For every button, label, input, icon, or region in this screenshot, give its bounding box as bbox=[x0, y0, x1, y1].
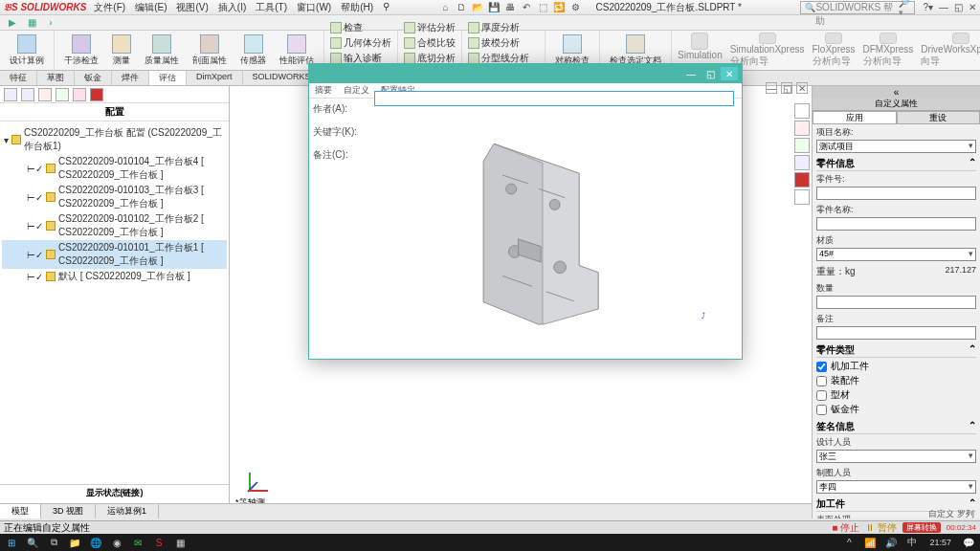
save-icon[interactable]: 💾 bbox=[487, 1, 501, 14]
designer-select[interactable]: 张三 bbox=[816, 450, 976, 463]
taskpane-tab4-icon[interactable] bbox=[794, 155, 810, 170]
fm-tab3-icon[interactable] bbox=[38, 88, 52, 101]
compare-button[interactable]: 合模比较 bbox=[404, 36, 456, 50]
status-stop[interactable]: ■ 停止 bbox=[832, 521, 859, 535]
close-icon[interactable]: ✕ bbox=[969, 2, 976, 12]
help-search[interactable]: 🔍 搜索 SOLIDWORKS 帮助 🔎▾ bbox=[800, 1, 915, 14]
chk-machined[interactable]: 机加工件 bbox=[816, 360, 976, 373]
partname-input[interactable] bbox=[816, 217, 976, 231]
mdi-close-icon[interactable]: ✕ bbox=[796, 82, 808, 94]
search-taskbar-icon[interactable]: 🔍 bbox=[23, 534, 42, 551]
print-icon[interactable]: 🖶 bbox=[503, 1, 517, 14]
menu-edit[interactable]: 编辑(E) bbox=[135, 1, 167, 14]
btn-reset[interactable]: 重设 bbox=[897, 111, 981, 124]
taskview-icon[interactable]: ⧉ bbox=[44, 534, 63, 551]
check-button[interactable]: 检查 bbox=[330, 21, 391, 34]
maximize-icon[interactable]: ◱ bbox=[954, 2, 963, 12]
btn-apply[interactable]: 应用 bbox=[813, 111, 897, 124]
mdi-minimize-icon[interactable]: — bbox=[766, 82, 777, 94]
material-select[interactable]: 45# bbox=[816, 248, 976, 261]
chk-profile[interactable]: 型材 bbox=[816, 388, 976, 402]
undo-icon[interactable]: ↶ bbox=[520, 1, 533, 14]
tree-item[interactable]: ⊢✓CS20220209-010103_工作台板3 [ CS20220209_工… bbox=[2, 183, 227, 211]
tray-up-icon[interactable]: ^ bbox=[839, 534, 858, 551]
status-pause[interactable]: ⏸ 暂停 bbox=[865, 521, 897, 535]
taskpane-tab1-icon[interactable] bbox=[794, 103, 810, 119]
project-select[interactable]: 测试项目 bbox=[816, 140, 976, 153]
dlg-tab-custom[interactable]: 自定义 bbox=[344, 84, 369, 97]
tree-item[interactable]: ⊢✓CS20220209-010102_工作台板2 [ CS20220209_工… bbox=[2, 211, 227, 240]
new-icon[interactable]: 🗋 bbox=[455, 1, 468, 14]
collapse-icon[interactable]: « bbox=[894, 87, 900, 98]
fm-tab6-icon[interactable] bbox=[90, 88, 103, 101]
doc-icon[interactable]: ▦ bbox=[25, 16, 38, 30]
solidworks-taskbar-icon[interactable]: S bbox=[149, 534, 168, 551]
options-icon[interactable]: ⚙ bbox=[568, 1, 582, 14]
dialog-max-icon[interactable]: ◱ bbox=[702, 67, 719, 80]
app-taskbar-icon[interactable]: ▦ bbox=[170, 534, 189, 551]
mass-props-button[interactable]: 质量属性 bbox=[141, 33, 183, 69]
menu-pin-icon[interactable]: ⚲ bbox=[383, 1, 390, 14]
recording-badge[interactable]: 屏幕转换 bbox=[902, 522, 941, 533]
dlg-tab-summary[interactable]: 摘要 bbox=[315, 84, 332, 97]
minimize-icon[interactable]: — bbox=[939, 2, 948, 12]
taskpane-tab5-icon[interactable] bbox=[794, 172, 810, 187]
dfm-xpress-button[interactable]: DFMXpress 分析向导 bbox=[863, 33, 914, 68]
rebuild-icon[interactable]: 🔁 bbox=[552, 1, 566, 14]
sensor-button[interactable]: 传感器 bbox=[236, 33, 270, 69]
partno-input[interactable] bbox=[816, 187, 976, 200]
driveworks-button[interactable]: DriveWorksXpress 向导 bbox=[921, 33, 980, 68]
network-icon[interactable]: 📶 bbox=[860, 534, 880, 551]
wechat-icon[interactable]: ✉ bbox=[128, 534, 147, 551]
menu-view[interactable]: 视图(V) bbox=[176, 1, 208, 14]
ime-icon[interactable]: 中 bbox=[902, 534, 922, 551]
menu-insert[interactable]: 插入(I) bbox=[218, 1, 246, 14]
edge-icon[interactable]: 🌐 bbox=[86, 534, 105, 551]
fm-tab5-icon[interactable] bbox=[73, 88, 86, 101]
arrow-icon[interactable]: › bbox=[44, 16, 57, 30]
design-study-button[interactable]: 设计算例 bbox=[6, 33, 48, 69]
tab-feature[interactable]: 特征 bbox=[0, 71, 37, 85]
tab-3dview[interactable]: 3D 视图 bbox=[41, 504, 96, 518]
mdi-restore-icon[interactable]: ◱ bbox=[781, 82, 792, 94]
menu-file[interactable]: 文件(F) bbox=[94, 1, 125, 14]
taskpane-tab3-icon[interactable] bbox=[794, 138, 810, 153]
geom-analysis-button[interactable]: 几何体分析 bbox=[330, 36, 391, 50]
interference-button[interactable]: 干涉检查 bbox=[60, 33, 102, 69]
draft-button[interactable]: 拔模分析 bbox=[468, 36, 539, 50]
measure-button[interactable]: 测量 bbox=[108, 33, 135, 69]
dialog-close-icon[interactable]: ✕ bbox=[721, 67, 738, 80]
play-icon[interactable]: ▶ bbox=[6, 16, 19, 30]
chrome-icon[interactable]: ◉ bbox=[107, 534, 126, 551]
remark-input[interactable] bbox=[816, 326, 976, 340]
notification-icon[interactable]: 💬 bbox=[959, 534, 978, 551]
section-props-button[interactable]: 剖面属性 bbox=[189, 33, 231, 69]
menu-tools[interactable]: 工具(T) bbox=[256, 1, 287, 14]
qty-input[interactable] bbox=[816, 296, 976, 309]
fm-tab4-icon[interactable] bbox=[56, 88, 69, 101]
help-icon[interactable]: ?▾ bbox=[923, 2, 933, 12]
taskpane-tab2-icon[interactable] bbox=[794, 121, 810, 136]
tab-sketch[interactable]: 草图 bbox=[37, 71, 75, 85]
open-icon[interactable]: 📂 bbox=[471, 1, 484, 14]
taskbar-clock[interactable]: 21:57 bbox=[924, 539, 957, 547]
dialog-min-icon[interactable]: — bbox=[682, 67, 700, 80]
tab-model[interactable]: 模型 bbox=[0, 504, 41, 518]
tab-evaluate[interactable]: 评估 bbox=[149, 71, 187, 85]
tree-item-selected[interactable]: ⊢✓CS20220209-010101_工作台板1 [ CS20220209_工… bbox=[2, 240, 227, 269]
flo-xpress-button[interactable]: FloXpress 分析向导 bbox=[813, 33, 856, 68]
home-icon[interactable]: ⌂ bbox=[438, 1, 452, 14]
fm-tab2-icon[interactable] bbox=[21, 88, 34, 101]
drafter-select[interactable]: 李四 bbox=[816, 480, 976, 494]
eval-analysis-button[interactable]: 评估分析 bbox=[404, 21, 456, 34]
dialog-titlebar[interactable]: — ◱ ✕ bbox=[309, 64, 742, 83]
menu-help[interactable]: 帮助(H) bbox=[341, 1, 373, 14]
tab-dimxpert[interactable]: DimXpert bbox=[187, 71, 243, 85]
select-icon[interactable]: ⬚ bbox=[536, 1, 549, 14]
tree-root[interactable]: ▾CS20220209_工作台板 配置 (CS20220209_工作台板1) bbox=[2, 125, 227, 154]
tab-motion[interactable]: 运动算例1 bbox=[96, 504, 159, 518]
thickness-button[interactable]: 厚度分析 bbox=[468, 21, 539, 34]
menu-window[interactable]: 窗口(W) bbox=[297, 1, 331, 14]
fm-tab1-icon[interactable] bbox=[4, 88, 17, 101]
start-icon[interactable]: ⊞ bbox=[2, 534, 21, 551]
